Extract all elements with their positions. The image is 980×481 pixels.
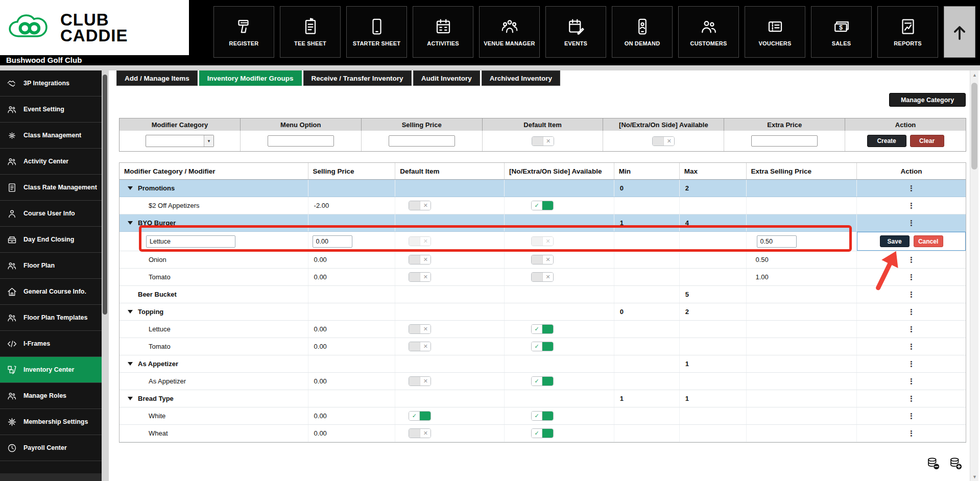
row-menu-kebab-icon[interactable]: ⋮: [907, 184, 915, 192]
scroll-top-button[interactable]: [944, 6, 975, 58]
tab-archived-inventory[interactable]: Archived Inventory: [482, 70, 560, 86]
default-item-toggle[interactable]: ✕: [409, 376, 431, 386]
sidebar-item-general-course-info[interactable]: General Course Info.: [0, 279, 102, 305]
sidebar-scrollbar[interactable]: [102, 70, 109, 481]
expand-arrow-icon[interactable]: [128, 310, 133, 314]
nav-tile-customers[interactable]: CUSTOMERS: [678, 6, 739, 58]
available-toggle[interactable]: ✓: [531, 428, 554, 438]
sidebar-item-day-end-closing[interactable]: Day End Closing: [0, 227, 102, 253]
sidebar-item-membership-settings[interactable]: Membership Settings: [0, 409, 102, 435]
logo[interactable]: CLUB CADDIE: [0, 0, 189, 55]
group-row-byo-burger[interactable]: BYO Burger14⋮: [119, 214, 966, 232]
sidebar-item-course-user-info[interactable]: Course User Info: [0, 201, 102, 227]
available-toggle[interactable]: ✓: [531, 376, 554, 386]
nav-tile-reports[interactable]: REPORTS: [877, 6, 938, 58]
nav-tile-tee-sheet[interactable]: TEE SHEET: [280, 6, 341, 58]
row-menu-kebab-icon[interactable]: ⋮: [907, 429, 915, 437]
nav-tile-starter-sheet[interactable]: STARTER SHEET: [346, 6, 407, 58]
default-item-toggle[interactable]: ✕: [409, 342, 431, 351]
create-button[interactable]: Create: [867, 135, 906, 147]
available-toggle[interactable]: ✓: [531, 201, 554, 210]
toggle-fill: [532, 137, 543, 146]
expand-arrow-icon[interactable]: [128, 221, 133, 225]
default-item-filter-toggle[interactable]: ✕: [532, 136, 554, 146]
nav-tile-register[interactable]: REGISTER: [213, 6, 274, 58]
row-menu-kebab-icon[interactable]: ⋮: [907, 360, 915, 368]
cell-selling-price: [308, 286, 396, 303]
row-menu-kebab-icon[interactable]: ⋮: [907, 395, 915, 402]
sidebar-item-floor-plan-templates[interactable]: Floor Plan Templates: [0, 305, 102, 331]
group-row-topping[interactable]: Topping02⋮: [119, 303, 966, 321]
default-item-toggle[interactable]: ✕: [409, 255, 431, 264]
manage-category-button[interactable]: Manage Category: [889, 93, 966, 107]
cell-selling-price: 0.00: [308, 425, 396, 442]
group-row-beer-bucket[interactable]: Beer Bucket5⋮: [119, 286, 966, 303]
scrollbar-thumb[interactable]: [971, 83, 977, 170]
expand-arrow-icon[interactable]: [128, 362, 133, 366]
selling-price-edit-input[interactable]: [313, 235, 352, 248]
available-toggle[interactable]: ✕: [531, 272, 554, 282]
sidebar-item-event-setting[interactable]: Event Setting: [0, 97, 102, 123]
sidebar-item-class-management[interactable]: Class Management: [0, 123, 102, 149]
main-scrollbar[interactable]: ▲ ▼: [970, 70, 978, 481]
nav-tile-venue-manager[interactable]: VENUE MANAGER: [479, 6, 540, 58]
nav-tile-events[interactable]: EVENTS: [545, 6, 606, 58]
clear-button[interactable]: Clear: [910, 135, 944, 147]
modifier-category-select[interactable]: ▾: [146, 135, 214, 147]
scrollbar-down-arrow-icon[interactable]: ▼: [970, 472, 979, 481]
menu-option-input[interactable]: [268, 135, 334, 147]
group-row-as-appetizer[interactable]: As Appetizer1⋮: [119, 355, 966, 373]
extra-price-filter-input[interactable]: [751, 135, 818, 147]
row-menu-kebab-icon[interactable]: ⋮: [907, 202, 915, 209]
row-menu-kebab-icon[interactable]: ⋮: [907, 343, 915, 350]
sidebar-item-floor-plan[interactable]: Floor Plan: [0, 253, 102, 279]
sidebar-item-3p-integrations[interactable]: 3P Integrations: [0, 70, 102, 97]
available-toggle[interactable]: ✓: [531, 342, 554, 351]
selling-price-filter-input[interactable]: [389, 135, 455, 147]
nav-tile-vouchers[interactable]: VOUCHERS: [745, 6, 805, 58]
expand-arrow-icon[interactable]: [128, 397, 133, 400]
available-filter-toggle[interactable]: ✕: [652, 136, 675, 146]
default-item-toggle[interactable]: ✕: [409, 428, 431, 438]
nav-tile-sales[interactable]: $SALES: [811, 6, 872, 58]
nav-tile-activities[interactable]: ACTIVITIES: [413, 6, 473, 58]
default-item-toggle[interactable]: ✕: [409, 324, 431, 334]
tab-inventory-modifier-groups[interactable]: Inventory Modifier Groups: [199, 70, 302, 86]
sidebar-item-inventory-center[interactable]: Inventory Center: [0, 357, 102, 383]
tab-audit-inventory[interactable]: Audit Inventory: [413, 70, 480, 86]
nav-tile-on-demand[interactable]: ON DEMAND: [612, 6, 673, 58]
tab-add-manage-items[interactable]: Add / Manage Items: [116, 70, 198, 86]
sidebar-item-payroll-center[interactable]: Payroll Center: [0, 435, 102, 461]
sidebar-scrollbar-thumb[interactable]: [103, 75, 107, 315]
expand-arrow-icon[interactable]: [128, 186, 133, 190]
row-menu-kebab-icon[interactable]: ⋮: [907, 377, 915, 385]
modifier-name-input[interactable]: [146, 235, 235, 248]
group-row-promotions[interactable]: Promotions02⋮: [119, 180, 966, 197]
default-item-toggle[interactable]: ✕: [409, 201, 431, 210]
cancel-button[interactable]: Cancel: [914, 235, 943, 247]
sidebar-item-activity-center[interactable]: Activity Center: [0, 149, 102, 175]
default-item-toggle[interactable]: ✓: [409, 411, 431, 421]
row-menu-kebab-icon[interactable]: ⋮: [907, 256, 915, 263]
row-menu-kebab-icon[interactable]: ⋮: [907, 412, 915, 420]
group-row-bread-type[interactable]: Bread Type11⋮: [119, 390, 966, 407]
sync-remove-icon[interactable]: [926, 456, 940, 470]
tab-receive-transfer-inventory[interactable]: Receive / Transfer Inventory: [303, 70, 412, 86]
available-toggle[interactable]: ✓: [531, 324, 554, 334]
save-button[interactable]: Save: [880, 235, 910, 247]
row-menu-kebab-icon[interactable]: ⋮: [907, 219, 915, 227]
available-toggle[interactable]: ✕: [531, 255, 554, 264]
row-menu-kebab-icon[interactable]: ⋮: [907, 308, 915, 316]
row-menu-kebab-icon[interactable]: ⋮: [907, 291, 915, 298]
extra-price-edit-input[interactable]: [757, 235, 797, 248]
default-item-toggle[interactable]: ✕: [409, 272, 431, 282]
sidebar-item-i-frames[interactable]: I-Frames: [0, 331, 102, 357]
sidebar-item-class-rate-management[interactable]: Class Rate Management: [0, 175, 102, 201]
row-menu-kebab-icon[interactable]: ⋮: [907, 273, 915, 281]
modifier-name: Tomato: [149, 273, 171, 281]
available-toggle[interactable]: ✓: [531, 411, 554, 421]
scrollbar-up-arrow-icon[interactable]: ▲: [970, 70, 979, 79]
row-menu-kebab-icon[interactable]: ⋮: [907, 325, 915, 333]
sidebar-item-manage-roles[interactable]: Manage Roles: [0, 383, 102, 409]
sync-add-icon[interactable]: [949, 456, 963, 470]
